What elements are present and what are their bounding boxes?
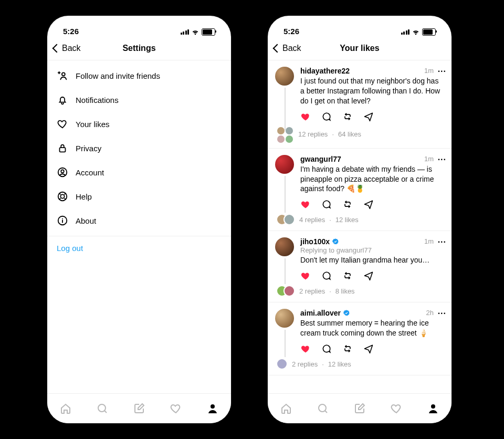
avatar[interactable] <box>275 237 294 256</box>
menu-privacy[interactable]: Privacy <box>47 136 231 160</box>
post-text: Don't let my Italian grandma hear you… <box>300 255 444 265</box>
svg-rect-1 <box>60 148 66 152</box>
tab-activity[interactable] <box>390 402 403 415</box>
repost-button[interactable] <box>342 270 353 281</box>
wifi-icon <box>191 29 200 35</box>
post-meta: 2 replies · 12 likes <box>300 358 444 370</box>
page-title: Settings <box>122 44 155 53</box>
thread-line <box>285 330 286 357</box>
cellular-icon <box>401 29 410 35</box>
menu-label: Privacy <box>76 144 101 153</box>
status-time: 5:26 <box>63 27 79 36</box>
likes-count[interactable]: 12 likes <box>328 360 351 368</box>
share-button[interactable] <box>363 199 374 210</box>
chevron-left-icon <box>52 44 61 53</box>
thread-line <box>285 258 286 284</box>
status-bar: 5:26 <box>268 16 452 37</box>
tab-bar <box>47 393 231 423</box>
repost-button[interactable] <box>342 111 353 122</box>
menu-about[interactable]: About <box>47 208 231 233</box>
thread-line <box>285 176 286 213</box>
battery-icon <box>202 28 215 36</box>
more-options-button[interactable]: ··· <box>438 237 446 247</box>
svg-point-9 <box>319 404 326 412</box>
tab-home[interactable] <box>279 402 293 415</box>
tab-profile[interactable] <box>206 402 219 415</box>
post-time: 2h <box>426 309 434 317</box>
like-button[interactable] <box>300 199 311 210</box>
menu-account[interactable]: Account <box>47 160 231 184</box>
more-options-button[interactable]: ··· <box>438 155 446 164</box>
tab-profile[interactable] <box>426 402 440 415</box>
repost-button[interactable] <box>342 199 353 210</box>
status-time: 5:26 <box>284 27 299 36</box>
post-text: I just found out that my neighbor's dog … <box>300 76 444 106</box>
more-options-button[interactable]: ··· <box>438 309 446 318</box>
tab-compose[interactable] <box>353 402 366 415</box>
post-text: Best summer memory = hearing the ice cre… <box>300 318 444 338</box>
logout-button[interactable]: Log out <box>47 236 231 260</box>
like-button[interactable] <box>300 111 311 122</box>
reply-button[interactable] <box>321 343 332 354</box>
username[interactable]: hidayathere22 <box>300 67 350 75</box>
share-button[interactable] <box>363 111 374 122</box>
repliers-avatars <box>276 214 295 225</box>
replies-count[interactable]: 2 replies <box>299 287 325 295</box>
back-button[interactable]: Back <box>274 44 301 53</box>
more-options-button[interactable]: ··· <box>438 67 446 76</box>
menu-your-likes[interactable]: Your likes <box>47 112 231 136</box>
back-label: Back <box>62 44 81 53</box>
post-actions <box>300 199 444 210</box>
status-bar: 5:26 <box>47 16 231 37</box>
likes-count[interactable]: 12 likes <box>335 216 359 224</box>
replying-to: Replying to gwangurl77 <box>300 246 444 254</box>
phone-settings: 5:26 Back Settings Follow and invite fri… <box>47 16 231 423</box>
post-time: 1m <box>424 237 434 245</box>
reply-button[interactable] <box>321 199 332 210</box>
logout-label: Log out <box>57 244 83 253</box>
person-plus-icon <box>57 70 68 81</box>
repost-button[interactable] <box>342 343 353 354</box>
status-indicators <box>401 28 436 36</box>
replies-count[interactable]: 12 replies <box>298 130 328 138</box>
info-icon <box>57 215 68 226</box>
post-actions <box>300 270 444 281</box>
share-button[interactable] <box>363 270 374 281</box>
post-time: 1m <box>424 155 434 163</box>
menu-help[interactable]: Help <box>47 184 231 208</box>
replies-count[interactable]: 4 replies <box>299 216 325 224</box>
menu-follow-invite[interactable]: Follow and invite friends <box>47 64 231 88</box>
likes-count[interactable]: 8 likes <box>335 287 355 295</box>
avatar[interactable] <box>275 155 294 174</box>
share-button[interactable] <box>363 343 374 354</box>
tab-activity[interactable] <box>169 402 183 415</box>
post[interactable]: jiho100x 1m ··· Replying to gwangurl77 D… <box>268 231 452 302</box>
tab-search[interactable] <box>96 402 109 415</box>
post[interactable]: hidayathere22 1m ··· I just found out th… <box>268 60 452 149</box>
username[interactable]: aimi.allover <box>300 309 341 317</box>
like-button[interactable] <box>300 343 311 354</box>
post[interactable]: gwangurl77 1m ··· I'm having a debate wi… <box>268 149 452 232</box>
avatar[interactable] <box>275 67 294 86</box>
repliers-avatars <box>276 358 288 370</box>
svg-point-3 <box>61 170 64 173</box>
reply-button[interactable] <box>321 111 332 122</box>
like-button[interactable] <box>300 270 311 281</box>
back-button[interactable]: Back <box>54 44 81 53</box>
username[interactable]: jiho100x <box>300 237 330 246</box>
reply-button[interactable] <box>321 270 332 281</box>
svg-point-8 <box>211 404 215 409</box>
settings-menu: Follow and invite friends Notifications … <box>47 60 231 260</box>
username[interactable]: gwangurl77 <box>300 155 341 163</box>
tab-search[interactable] <box>316 402 330 415</box>
post[interactable]: aimi.allover 2h ··· Best summer memory =… <box>268 302 452 375</box>
avatar[interactable] <box>275 309 294 328</box>
menu-notifications[interactable]: Notifications <box>47 88 231 112</box>
tab-compose[interactable] <box>132 402 146 415</box>
menu-label: Your likes <box>76 120 109 129</box>
replies-count[interactable]: 2 replies <box>292 360 318 368</box>
cellular-icon <box>181 29 190 35</box>
post-meta: 12 replies · 64 likes <box>300 126 444 143</box>
tab-home[interactable] <box>59 402 72 415</box>
likes-count[interactable]: 64 likes <box>338 130 361 138</box>
